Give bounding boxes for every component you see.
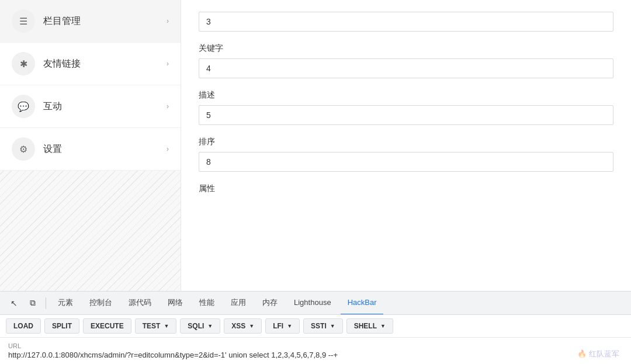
hackbar-url-label: URL	[8, 342, 623, 349]
tab-separator	[46, 297, 46, 309]
tab-memory[interactable]: 内存	[255, 292, 285, 315]
layers-tool-icon[interactable]: ⧉	[25, 295, 41, 311]
hackbar-url-area: URL http://127.0.0.1:8080/xhcms/admin/?r…	[0, 338, 631, 364]
sidebar-label-settings: 设置	[43, 143, 167, 155]
settings-icon: ⚙	[12, 137, 35, 161]
sidebar-item-settings[interactable]: ⚙ 设置 ›	[0, 128, 181, 171]
hackbar-toolbar: LOAD SPLIT EXECUTE TEST SQLI XSS LFI SST…	[0, 315, 631, 338]
hackbar-sqli-button[interactable]: SQLI	[180, 318, 220, 334]
form-field-attr: 属性	[199, 183, 613, 194]
label-sort: 排序	[199, 137, 613, 147]
hackbar-execute-button[interactable]: EXECUTE	[83, 318, 131, 334]
watermark: 🔥 红队蓝军	[577, 349, 619, 359]
main-area: ☰ 栏目管理 › ✱ 友情链接 › 💬 互动 › ⚙ 设置 ›	[0, 0, 631, 291]
tab-elements[interactable]: 元素	[51, 292, 80, 315]
hackbar-url-text[interactable]: http://127.0.0.1:8080/xhcms/admin/?r=edi…	[8, 351, 623, 359]
sidebar-item-interact[interactable]: 💬 互动 ›	[0, 85, 181, 128]
hackbar-lfi-button[interactable]: LFI	[265, 318, 300, 334]
form-field-sort: 排序	[199, 137, 613, 172]
arrow-icon-settings: ›	[167, 145, 169, 153]
hackbar-shell-button[interactable]: SHELL	[346, 318, 393, 334]
tab-network[interactable]: 网络	[161, 292, 190, 315]
hackbar-test-button[interactable]: TEST	[135, 318, 177, 334]
tab-application[interactable]: 应用	[224, 292, 253, 315]
label-keyword: 关键字	[199, 43, 613, 54]
input-keyword[interactable]	[199, 58, 613, 78]
hackbar-load-button[interactable]: LOAD	[6, 318, 41, 334]
hackbar-area: LOAD SPLIT EXECUTE TEST SQLI XSS LFI SST…	[0, 314, 631, 364]
sidebar-label-columns: 栏目管理	[43, 15, 167, 27]
tab-lighthouse[interactable]: Lighthouse	[287, 292, 338, 315]
input-desc[interactable]	[199, 105, 613, 125]
content-area: 关键字 描述 排序 属性	[181, 0, 631, 291]
hackbar-ssti-button[interactable]: SSTI	[303, 318, 343, 334]
columns-icon: ☰	[12, 9, 35, 33]
tab-performance[interactable]: 性能	[192, 292, 221, 315]
sidebar: ☰ 栏目管理 › ✱ 友情链接 › 💬 互动 › ⚙ 设置 ›	[0, 0, 181, 291]
sidebar-label-links: 友情链接	[43, 58, 167, 70]
sidebar-hatch	[0, 171, 181, 291]
arrow-icon-interact: ›	[167, 102, 169, 110]
interact-icon: 💬	[12, 95, 35, 118]
tab-sources[interactable]: 源代码	[122, 292, 158, 315]
arrow-icon-columns: ›	[167, 17, 169, 25]
label-desc: 描述	[199, 90, 613, 100]
hackbar-xss-button[interactable]: XSS	[224, 318, 262, 334]
cursor-tool-icon[interactable]: ↖	[6, 295, 22, 311]
arrow-icon-links: ›	[167, 60, 169, 68]
sidebar-item-columns[interactable]: ☰ 栏目管理 ›	[0, 0, 181, 43]
tab-console[interactable]: 控制台	[82, 292, 119, 315]
tab-hackbar[interactable]: HackBar	[341, 292, 384, 315]
sidebar-label-interact: 互动	[43, 100, 167, 113]
devtools-tabbar: ↖ ⧉ 元素 控制台 源代码 网络 性能 应用 内存 Lighthouse Ha…	[0, 291, 631, 314]
input-field-3[interactable]	[199, 12, 613, 32]
form-field-3	[199, 12, 613, 32]
label-attr: 属性	[199, 183, 613, 194]
hackbar-split-button[interactable]: SPLIT	[44, 318, 79, 334]
input-sort[interactable]	[199, 152, 613, 172]
links-icon: ✱	[12, 52, 35, 75]
form-field-desc: 描述	[199, 90, 613, 125]
form-field-keyword: 关键字	[199, 43, 613, 78]
sidebar-item-links[interactable]: ✱ 友情链接 ›	[0, 43, 181, 85]
